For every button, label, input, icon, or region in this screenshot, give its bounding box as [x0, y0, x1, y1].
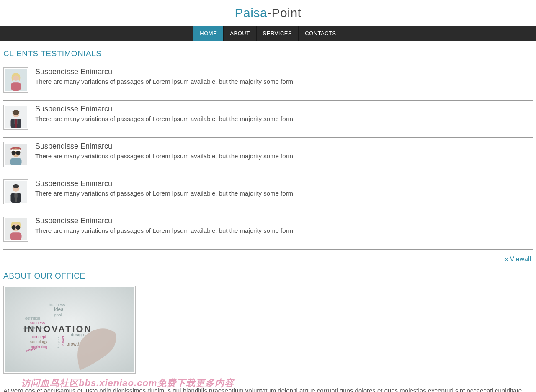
svg-text:concept: concept: [32, 334, 46, 339]
svg-text:business: business: [49, 302, 65, 307]
svg-point-11: [16, 151, 20, 155]
testimonial-text: There are many variations of passages of…: [35, 189, 295, 198]
nav-contacts[interactable]: CONTACTS: [299, 26, 343, 41]
svg-text:growth: growth: [67, 341, 80, 346]
viewall-link[interactable]: « Viewall: [504, 255, 531, 263]
testimonial-name: Suspendisse Enimarcu: [35, 142, 295, 151]
content: CLIENTS TESTIMONIALS Suspendisse Enimarc…: [0, 41, 536, 392]
svg-rect-12: [10, 158, 21, 165]
svg-point-21: [16, 225, 20, 230]
testimonial-row: Suspendisse Enimarcu There are many vari…: [3, 138, 533, 175]
avatar: [3, 67, 28, 93]
office-image: business idea goal definition success tr…: [3, 286, 136, 374]
svg-text:project: project: [62, 336, 65, 347]
testimonial-row: Suspendisse Enimarcu There are many vari…: [3, 212, 533, 250]
svg-rect-17: [15, 193, 17, 202]
testimonials-heading: CLIENTS TESTIMONIALS: [3, 49, 533, 58]
svg-rect-2: [11, 82, 21, 91]
logo-part2: Point: [272, 6, 302, 20]
navbar: HOME ABOUT SERVICES CONTACTS: [0, 26, 536, 41]
testimonial-row: Suspendisse Enimarcu There are many vari…: [3, 101, 533, 138]
testimonial-row: Suspendisse Enimarcu There are many vari…: [3, 63, 533, 101]
testimonial-row: Suspendisse Enimarcu There are many vari…: [3, 175, 533, 212]
avatar: [3, 179, 28, 204]
office-heading: ABOUT OUR OFFICE: [3, 271, 533, 281]
testimonial-name: Suspendisse Enimarcu: [35, 67, 295, 76]
svg-point-20: [12, 225, 16, 230]
testimonial-text: There are many variations of passages of…: [35, 152, 295, 160]
svg-text:strategy: strategy: [57, 336, 61, 348]
svg-rect-7: [15, 119, 17, 128]
testimonial-text: There are many variations of passages of…: [35, 114, 295, 123]
testimonial-name: Suspendisse Enimarcu: [35, 105, 295, 113]
testimonial-name: Suspendisse Enimarcu: [35, 217, 295, 225]
logo-part1: Paisa: [235, 6, 268, 20]
svg-rect-22: [10, 232, 21, 240]
viewall-wrap: « Viewall: [3, 255, 531, 263]
svg-text:definition: definition: [25, 316, 40, 320]
avatar: [3, 217, 28, 242]
office-text: At vero eos et accusamus et iusto odio d…: [3, 385, 533, 392]
logo-sep: -: [267, 6, 272, 20]
testimonial-text: There are many variations of passages of…: [35, 77, 295, 86]
svg-point-10: [12, 151, 16, 155]
svg-text:goal: goal: [54, 312, 62, 317]
avatar: [3, 105, 28, 130]
svg-text:design: design: [71, 332, 84, 337]
avatar: [3, 142, 28, 167]
nav-about[interactable]: ABOUT: [224, 26, 256, 41]
svg-text:sociology: sociology: [30, 339, 47, 344]
testimonial-name: Suspendisse Enimarcu: [35, 179, 295, 188]
nav-home[interactable]: HOME: [193, 26, 224, 41]
nav-services[interactable]: SERVICES: [257, 26, 299, 41]
logo[interactable]: Paisa-Point: [235, 6, 302, 20]
svg-text:idea: idea: [54, 307, 64, 312]
testimonial-text: There are many variations of passages of…: [35, 226, 295, 235]
header: Paisa-Point: [0, 0, 536, 26]
